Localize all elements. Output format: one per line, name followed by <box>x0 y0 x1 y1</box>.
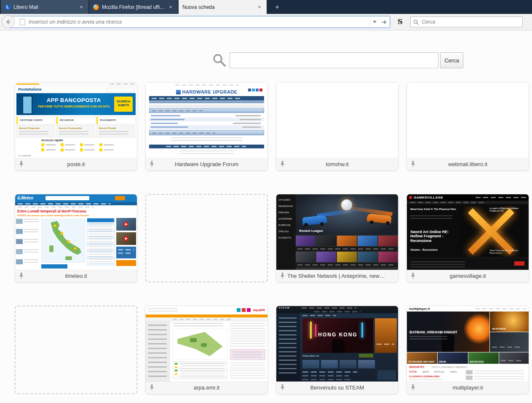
empty-tile-slot <box>145 194 268 282</box>
tile-webmail-libero-it[interactable]: webmail.libero.it <box>406 82 529 171</box>
pin-icon[interactable] <box>280 161 285 168</box>
extension-s-icon[interactable]: S <box>395 17 405 27</box>
tab-title: Nuova scheda <box>182 4 253 10</box>
poste-col2: Servizi Assicurativi <box>59 127 82 129</box>
tile-shelter-network[interactable]: CHI SIAMO RECENSIONI PREVIEW ANTEPRIME R… <box>276 194 398 282</box>
pin-icon[interactable] <box>149 384 155 391</box>
pin-icon[interactable] <box>19 161 24 168</box>
tile-steam[interactable]: STEAM HONG KONG Disponibile ora <box>276 306 398 394</box>
tile-thumbnail-blank <box>276 83 398 159</box>
tile-poste-it[interactable]: PosteItaliane APP BANCOPOSTA PER FARE TU… <box>15 82 137 171</box>
poste-col3: Servizi Postali <box>99 127 116 129</box>
poste-banner: APP BANCOPOSTA PER FARE TUTTO SEMPLICEME… <box>16 93 136 115</box>
tile-tomshw-it[interactable]: tomshw.it <box>276 82 398 171</box>
shelter-hero-title: Rocket League <box>299 229 323 233</box>
gamesvillage-headline5: Tales From the Borderlands - Recensione <box>489 249 526 254</box>
tile-ilmeteo-it[interactable]: iLMeteo Entro Lunedì temporali al Nord+T… <box>15 194 137 282</box>
steam-available-label: Disponibile ora <box>302 355 319 357</box>
multiplayer-tab-tutto: TUTTO <box>409 371 417 373</box>
tile-label: multiplayer.it <box>407 382 529 394</box>
tile-label: Hardware Upgrade Forum <box>146 158 267 170</box>
tile-thumbnail-ilmeteo: iLMeteo Entro Lunedì temporali al Nord+T… <box>15 194 137 270</box>
new-tab-button[interactable]: + <box>272 2 283 12</box>
tile-gamesvillage-it[interactable]: GAMESVILLAGE Metal Gear Solid V: The Pha… <box>406 194 529 282</box>
gamesvillage-logo: GAMESVILLAGE <box>414 196 443 199</box>
tile-label: Benvenuto su STEAM <box>276 382 398 394</box>
shelter-menu-item: ANTEPRIME <box>278 218 296 220</box>
steam-hero-title: HONG KONG <box>302 332 373 338</box>
hero-search-button[interactable]: Cerca <box>440 52 463 68</box>
url-input[interactable] <box>28 16 370 28</box>
urlbar-go-icon[interactable] <box>379 16 390 27</box>
multiplayer-tab-news: NEWS <box>422 371 429 373</box>
shelter-menu-item: PREVIEW <box>278 211 296 214</box>
tile-thumbnail-steam: STEAM HONG KONG Disponibile ora <box>276 306 398 382</box>
multiplayer-thumb1-label: TOY SOLDIERS: WAR CHEST <box>408 361 435 363</box>
tab-close-icon[interactable]: × <box>78 4 85 11</box>
shelter-menu-item: RUBRICHE <box>278 224 296 226</box>
tile-label: gamesvillage.it <box>407 270 529 282</box>
tab-close-icon[interactable]: × <box>167 4 174 11</box>
hero-search-icon <box>212 53 226 69</box>
steam-featured-hongkong: HONG KONG <box>302 318 373 353</box>
poste-box2: RICARICHE <box>60 119 74 121</box>
browser-window: L Libero Mail × Mozilla Firefox [thread … <box>0 0 532 403</box>
tile-label: The Shelter Network | Anteprime, news e … <box>276 270 398 282</box>
gamesvillage-headline3: Volume - Recensione <box>410 248 438 251</box>
multiplayer-skyforge-label: SKYFORGE <box>492 328 506 330</box>
gamesvillage-headline2: Sword Art Online RE: Hollow Fragment - R… <box>410 230 458 243</box>
poste-banner-line2: PER FARE TUTTO SEMPLICEMENTE CON UN DITO <box>36 105 112 108</box>
toolbar-search-input[interactable] <box>421 19 520 25</box>
pin-icon[interactable] <box>410 272 416 279</box>
multiplayer-content-section: GIOCHI PC TUTTI I CONTENUTI RECENTI TUTT… <box>407 364 529 382</box>
steam-sidebar <box>276 313 300 382</box>
toolbar-search[interactable] <box>410 16 523 27</box>
tile-thumbnail-arpa: arpaER <box>146 306 267 382</box>
navigation-toolbar: S <box>0 14 532 30</box>
back-button[interactable] <box>2 15 15 28</box>
poste-banner-line1: APP BANCOPOSTA <box>36 97 112 103</box>
tile-thumbnail-multiplayer: multiplayer.it BATMAN: ARKHAM KNIGHT SKY… <box>407 306 529 382</box>
shelter-menu-item: IN DIRETTA <box>278 236 296 239</box>
tile-label: tomshw.it <box>276 158 398 170</box>
multiplayer-section-title: GIOCHI PC <box>409 365 425 368</box>
tile-arpa-emr-it[interactable]: arpaER arpa.emr.it <box>145 306 268 394</box>
tile-multiplayer-it[interactable]: multiplayer.it BATMAN: ARKHAM KNIGHT SKY… <box>406 306 529 394</box>
tile-label: poste.it <box>15 158 137 170</box>
tab-mozilla-firefox[interactable]: Mozilla Firefox [thread uffi... × <box>89 0 178 14</box>
tab-title: Libero Mail <box>13 4 75 10</box>
tab-close-icon[interactable]: × <box>256 4 263 11</box>
gamesvillage-headline1: Metal Gear Solid V: The Phantom Pain <box>410 208 457 210</box>
poste-box3: PAGAMENTO <box>100 119 116 121</box>
gamesvillage-headline4: La patch di Batman: Arkham Knight per PC <box>489 207 526 212</box>
shelter-menu-item: SPECIALI <box>278 230 296 233</box>
ilmeteo-headline: Entro Lunedì temporali al Nord+Toscana <box>17 209 86 213</box>
tab-libero-mail[interactable]: L Libero Mail × <box>1 0 88 14</box>
pin-icon[interactable] <box>280 384 285 391</box>
tile-label: ilmeteo.it <box>15 270 137 282</box>
ilmeteo-logo: iLMeteo <box>17 196 33 200</box>
pin-icon[interactable] <box>149 161 155 168</box>
hero-search-input[interactable] <box>230 52 438 68</box>
poste-col1: Servizi Finanziari <box>19 127 40 129</box>
ilmeteo-temps-table <box>87 218 115 265</box>
arpa-region-map <box>173 328 227 360</box>
pin-icon[interactable] <box>410 161 416 168</box>
url-bar[interactable] <box>9 16 390 28</box>
pin-icon[interactable] <box>280 272 285 279</box>
tile-hardware-upgrade-forum[interactable]: HARDWARE UPGRADE Hardware Upgrade Forum <box>145 82 268 171</box>
arpa-logo: arpaER <box>253 308 265 312</box>
ilmeteo-header: iLMeteo <box>15 194 137 202</box>
page-icon <box>20 19 25 25</box>
firefox-favicon <box>93 4 99 10</box>
urlbar-dropdown-icon[interactable] <box>370 16 379 27</box>
pin-icon[interactable] <box>19 272 24 279</box>
multiplayer-hero-batman: BATMAN: ARKHAM KNIGHT <box>407 312 489 352</box>
tile-thumbnail-gamesvillage: GAMESVILLAGE Metal Gear Solid V: The Pha… <box>407 194 529 270</box>
tab-nuova-scheda[interactable]: Nuova scheda × <box>179 0 267 14</box>
arpa-orange-bar <box>146 314 267 317</box>
arpa-data-table <box>173 361 227 379</box>
shelter-hero-rocket-league: Rocket League <box>296 194 398 235</box>
pin-icon[interactable] <box>410 384 416 391</box>
multiplayer-hero-title: BATMAN: ARKHAM KNIGHT <box>409 330 457 334</box>
